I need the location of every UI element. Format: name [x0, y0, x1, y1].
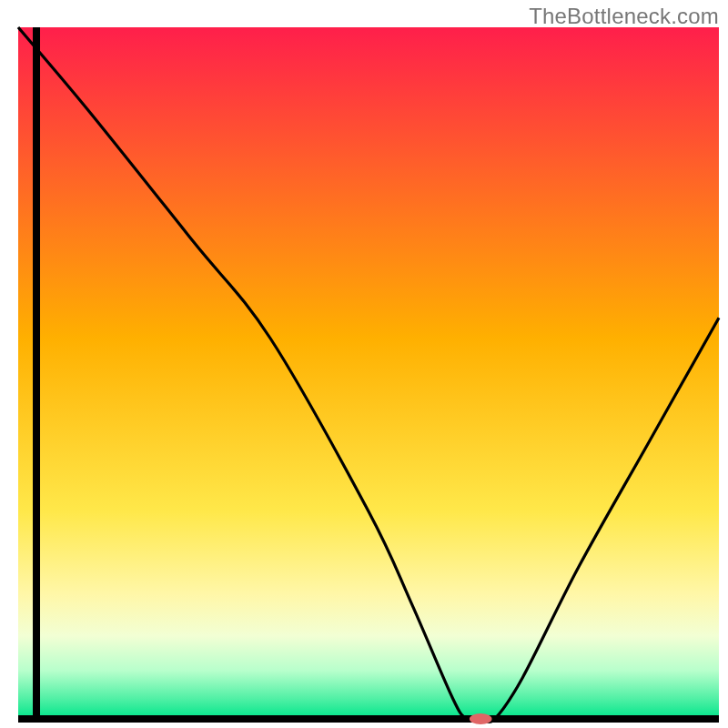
minimum-marker	[470, 713, 492, 724]
chart-background	[18, 27, 719, 719]
chart-svg	[0, 0, 728, 728]
